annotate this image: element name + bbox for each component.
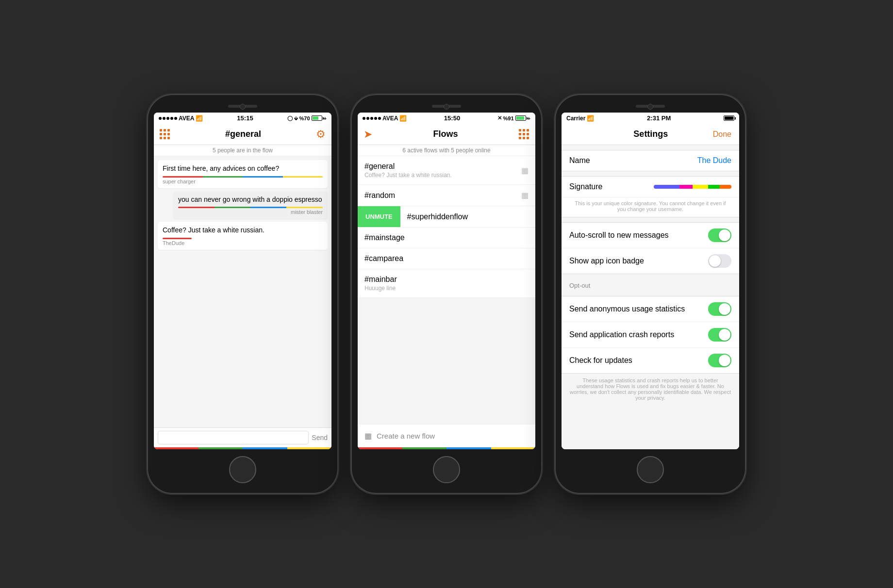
color-strip-1 xyxy=(154,447,331,449)
x-icon: ✕ xyxy=(497,115,502,121)
signature-bar xyxy=(654,185,731,189)
charging-icon: + xyxy=(324,115,327,121)
message-author-3: TheDude xyxy=(163,240,323,246)
anon-stats-label: Send anonymous usage statistics xyxy=(569,305,685,313)
channel-title: #general xyxy=(225,129,261,139)
phone-3: Carrier 📶 2:31 PM Settings Done Name The xyxy=(556,95,745,493)
auto-scroll-row: Auto-scroll to new messages xyxy=(562,223,739,248)
create-flow-icon: ▦ xyxy=(364,431,372,441)
anon-stats-row: Send anonymous usage statistics xyxy=(562,296,739,322)
flow-desc-general: Coffee? Just take a white russian. xyxy=(364,172,521,179)
message-text-3: Coffee? Just take a white russian. xyxy=(163,226,323,235)
bluetooth-icon: ⬙ xyxy=(294,115,298,121)
name-label: Name xyxy=(569,156,590,165)
anon-stats-toggle[interactable] xyxy=(708,302,731,316)
opt-out-section: Send anonymous usage statistics Send app… xyxy=(562,296,739,374)
flows-list[interactable]: #general Coffee? Just take a white russi… xyxy=(358,156,535,424)
grid-icon-2[interactable] xyxy=(519,129,529,140)
battery-icon-3 xyxy=(724,115,734,121)
wifi-icon: 📶 xyxy=(196,115,203,122)
home-button-2[interactable] xyxy=(433,456,460,483)
battery-icon-2 xyxy=(515,115,526,121)
create-flow-label: Create a new flow xyxy=(377,432,435,440)
flow-name-mainstage: #mainstage xyxy=(364,233,529,242)
location-icon: ◯ xyxy=(287,115,293,121)
nav-bar-2: ➤ Flows xyxy=(358,124,535,145)
home-button-3[interactable] xyxy=(637,456,664,483)
phone-1: AVEA 📶 15:15 ◯ ⬙ %70 + #general ⚙ xyxy=(148,95,337,493)
settings-content: Name The Dude Signature This is your uni… xyxy=(562,145,739,449)
message-text-1: First time here, any advices on coffee? xyxy=(163,164,323,174)
create-flow-button[interactable]: ▦ Create a new flow xyxy=(358,424,535,447)
battery-icon xyxy=(312,115,322,121)
flow-subtitle: 5 people are in the flow xyxy=(154,145,331,156)
flow-name-general: #general xyxy=(364,162,521,171)
flow-item-general[interactable]: #general Coffee? Just take a white russi… xyxy=(358,156,535,185)
front-camera xyxy=(240,104,246,110)
settings-icon[interactable]: ⚙ xyxy=(316,128,326,141)
status-bar-1: AVEA 📶 15:15 ◯ ⬙ %70 + xyxy=(154,113,331,124)
flow-item-mainbar[interactable]: #mainbar Huuuge line xyxy=(358,269,535,298)
time-display-2: 15:50 xyxy=(444,114,460,122)
signal-icon xyxy=(159,117,177,120)
message-author-1: super charger xyxy=(163,179,323,184)
front-camera-2 xyxy=(444,104,449,110)
flow-name-random: #random xyxy=(364,191,521,200)
updates-toggle[interactable] xyxy=(708,354,731,367)
flow-name-superhiddenflow: #superhiddenflow xyxy=(407,212,529,221)
carrier-label-3: Carrier xyxy=(566,115,585,122)
carrier-label: AVEA xyxy=(179,115,194,122)
flow-desc-mainbar: Huuuge line xyxy=(364,285,529,292)
send-button[interactable]: Send xyxy=(312,434,328,441)
message-author-2: mister blaster xyxy=(178,209,323,215)
name-value: The Dude xyxy=(697,156,731,165)
toggle-section: Auto-scroll to new messages Show app ico… xyxy=(562,222,739,274)
done-button[interactable]: Done xyxy=(713,130,731,139)
signature-section: Signature This is your unique color sign… xyxy=(562,176,739,217)
flow-name-mainbar: #mainbar xyxy=(364,275,529,284)
badge-toggle[interactable] xyxy=(708,254,731,268)
updates-label: Check for updates xyxy=(569,356,632,365)
settings-nav-bar: Settings Done xyxy=(562,124,739,145)
signal-icon-2 xyxy=(363,117,381,120)
name-row: Name The Dude xyxy=(562,150,739,171)
auto-scroll-toggle[interactable] xyxy=(708,229,731,242)
flows-title: Flows xyxy=(433,129,458,139)
flow-edit-icon-general[interactable]: ▦ xyxy=(521,166,529,175)
front-camera-3 xyxy=(647,104,653,110)
battery-pct: %70 xyxy=(299,115,310,121)
color-strip-2 xyxy=(358,447,535,449)
signature-row: Signature xyxy=(562,177,739,197)
carrier-label-2: AVEA xyxy=(382,115,398,122)
badge-label: Show app icon badge xyxy=(569,257,644,265)
phone-2: AVEA 📶 15:50 ✕ %91 + ➤ Flows 6 a xyxy=(352,95,541,493)
flow-item-random[interactable]: #random ▦ xyxy=(358,185,535,206)
unmute-button[interactable]: UNMUTE xyxy=(358,206,400,227)
opt-out-header: Opt-out xyxy=(562,274,739,291)
home-button-1[interactable] xyxy=(229,456,256,483)
flow-item-camparea[interactable]: #camparea xyxy=(358,248,535,269)
time-display-3: 2:31 PM xyxy=(647,114,671,122)
updates-row: Check for updates xyxy=(562,348,739,373)
chat-feed[interactable]: First time here, any advices on coffee? … xyxy=(154,156,331,427)
screen-2: AVEA 📶 15:50 ✕ %91 + ➤ Flows 6 a xyxy=(358,113,535,449)
charging-icon-2: + xyxy=(528,115,530,121)
name-section: Name The Dude xyxy=(562,150,739,171)
flows-logo-icon: ➤ xyxy=(364,128,372,141)
wifi-icon-2: 📶 xyxy=(399,115,407,122)
flow-item-mainstage[interactable]: #mainstage xyxy=(358,228,535,248)
flow-edit-icon-random[interactable]: ▦ xyxy=(521,191,529,200)
status-bar-2: AVEA 📶 15:50 ✕ %91 + xyxy=(358,113,535,124)
signature-hint: This is your unique color signature. You… xyxy=(562,197,739,217)
battery-pct-2: %91 xyxy=(503,115,514,121)
flow-name-camparea: #camparea xyxy=(364,254,529,263)
grid-icon[interactable] xyxy=(160,129,170,140)
message-text-2: you can never go wrong with a doppio esp… xyxy=(178,195,323,205)
settings-title: Settings xyxy=(633,129,668,139)
message-1: First time here, any advices on coffee? … xyxy=(154,160,331,188)
message-input[interactable] xyxy=(158,431,309,444)
wifi-icon-3: 📶 xyxy=(587,115,594,122)
time-display: 15:15 xyxy=(237,114,253,122)
crash-reports-toggle[interactable] xyxy=(708,328,731,342)
screen-3: Carrier 📶 2:31 PM Settings Done Name The xyxy=(562,113,739,449)
